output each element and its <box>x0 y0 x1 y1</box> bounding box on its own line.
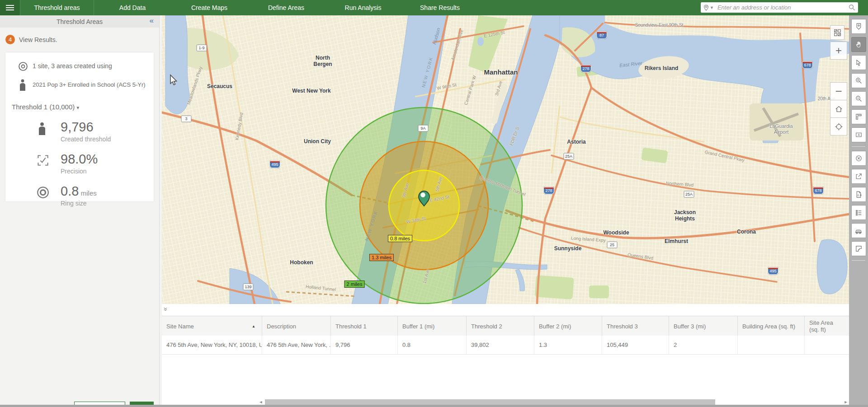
nav-share-results[interactable]: Share Results <box>401 0 478 15</box>
stat-ring-size-label: Ring size <box>61 200 97 207</box>
person-icon <box>36 121 61 143</box>
map-canvas[interactable]: 0.8 miles 1.3 miles 2 miles Secaucus Nor… <box>162 15 849 304</box>
scroll-right-icon[interactable]: ► <box>843 400 849 404</box>
horizontal-scrollbar[interactable]: ◄ ► <box>258 399 849 405</box>
scrollbar-thumb[interactable] <box>265 399 715 405</box>
column-header-buffer-2[interactable]: Buffer 2 (mi) <box>534 316 602 336</box>
ring-label-1-3-miles: 1.3 miles <box>369 254 394 261</box>
pdf-export-icon[interactable]: A <box>851 187 866 202</box>
search-icon[interactable] <box>849 4 855 11</box>
threshold-selector[interactable]: Threshold 1 (10,000) ▾ <box>12 103 154 111</box>
ring-label-0-8-miles: 0.8 miles <box>388 235 412 242</box>
clear-circle-x-icon[interactable] <box>851 151 866 166</box>
stat-precision-value: 98.0% <box>61 152 98 166</box>
cell-buffer-1: 0.8 <box>397 336 466 354</box>
column-header-description[interactable]: Description <box>262 316 330 336</box>
basemap-grid-icon[interactable] <box>830 25 844 40</box>
top-nav: Threshold areas Add Data Create Maps Def… <box>0 0 868 15</box>
column-header-threshold-2[interactable]: Threshold 2 <box>466 316 534 336</box>
chevrons-left-icon[interactable]: « <box>150 16 154 25</box>
polygon-flag-icon[interactable] <box>851 241 866 256</box>
zoom-in-magnifier-icon[interactable] <box>851 73 866 88</box>
step-text: View Results. <box>19 36 57 43</box>
search-input[interactable] <box>717 4 849 11</box>
cell-building-area <box>737 336 804 354</box>
column-header-threshold-1[interactable]: Threshold 1 <box>330 316 397 336</box>
precision-check-icon <box>36 153 61 175</box>
stat-created-threshold-value: 9,796 <box>61 120 94 134</box>
cell-description: 476 5th Ave, New York, ... <box>262 336 330 354</box>
location-pin-icon[interactable] <box>703 5 709 11</box>
zoom-out-button[interactable]: − <box>830 82 847 100</box>
results-card: 1 site, 3 areas created using 2021 Pop 3… <box>5 52 154 201</box>
caret-down-icon[interactable]: ▼ <box>710 5 714 10</box>
legend-list-icon[interactable] <box>851 205 866 220</box>
ring-label-2-miles: 2 miles <box>344 281 365 288</box>
results-table-section: » Site Name▲ Description Threshold 1 Buf… <box>162 304 849 405</box>
locate-icon[interactable] <box>830 117 847 136</box>
chevrons-down-icon[interactable]: » <box>162 307 170 311</box>
zoom-in-button[interactable]: + <box>830 42 847 60</box>
measure-ruler-icon[interactable] <box>851 109 866 124</box>
scroll-left-icon[interactable]: ◄ <box>258 400 264 404</box>
cell-threshold-1: 9,796 <box>330 336 397 354</box>
ring-icon <box>36 185 61 207</box>
column-header-site-area[interactable]: Site Area (sq. ft) <box>804 316 849 336</box>
zoom-out-magnifier-icon[interactable] <box>851 91 866 106</box>
cell-site-name: 476 5th Ave, New York, NY, 10018, U... <box>162 336 262 354</box>
cell-buffer-3: 2 <box>669 336 737 354</box>
stat-created-threshold-label: Created threshold <box>61 136 111 143</box>
drive-time-car-icon[interactable] <box>851 223 866 238</box>
nav-add-data[interactable]: Add Data <box>94 0 171 15</box>
cell-threshold-3: 105,449 <box>602 336 669 354</box>
nav-run-analysis[interactable]: Run Analysis <box>325 0 401 15</box>
app-window: Threshold areas Add Data Create Maps Def… <box>0 0 868 407</box>
label-text-icon[interactable]: A <box>851 127 866 142</box>
cell-site-area <box>804 336 849 354</box>
column-header-buffer-3[interactable]: Buffer 3 (mi) <box>669 316 737 336</box>
share-export-icon[interactable] <box>851 169 866 184</box>
stat-ring-size-value: 0.8 <box>61 184 79 198</box>
cell-threshold-2: 39,802 <box>466 336 534 354</box>
threshold-areas-panel: Threshold Areas « 4 View Results. 1 site… <box>0 15 160 405</box>
pan-hand-icon[interactable] <box>851 37 866 52</box>
home-icon[interactable] <box>830 100 847 118</box>
person-icon <box>17 79 33 91</box>
sort-asc-icon: ▲ <box>252 324 255 328</box>
cell-buffer-2: 1.3 <box>534 336 602 354</box>
basemap <box>162 15 849 304</box>
table-row[interactable]: 476 5th Ave, New York, NY, 10018, U... 4… <box>162 336 849 355</box>
svg-text:A: A <box>858 133 860 137</box>
summary-line-2: 2021 Pop 3+ Enrolled in School (ACS 5-Yr… <box>33 81 146 89</box>
map-toolbar: A A <box>849 15 868 407</box>
bottom-window-scrollbar[interactable] <box>0 405 868 407</box>
caret-down-icon: ▾ <box>76 105 79 110</box>
stat-ring-size-unit: miles <box>81 189 97 197</box>
menu-hamburger-icon[interactable] <box>0 0 20 15</box>
column-header-buffer-1[interactable]: Buffer 1 (mi) <box>397 316 466 336</box>
table-header: Site Name▲ Description Threshold 1 Buffe… <box>162 316 849 337</box>
nav-create-maps[interactable]: Create Maps <box>171 0 248 15</box>
nav-define-areas[interactable]: Define Areas <box>248 0 325 15</box>
column-header-threshold-3[interactable]: Threshold 3 <box>602 316 669 336</box>
address-search: ▼ <box>701 2 858 13</box>
bookmark-pin-icon[interactable] <box>851 19 866 34</box>
concentric-rings-icon <box>17 61 33 72</box>
summary-line-1: 1 site, 3 areas created using <box>33 62 112 70</box>
column-header-site-name[interactable]: Site Name▲ <box>162 316 262 336</box>
stat-precision-label: Precision <box>61 168 98 175</box>
svg-text:A: A <box>857 194 859 196</box>
select-arrow-icon[interactable] <box>851 55 866 70</box>
step-badge: 4 <box>5 35 15 44</box>
column-header-building-area[interactable]: Building Area (sq. ft) <box>737 316 804 336</box>
threshold-selector-label: Threshold 1 (10,000) <box>12 103 75 111</box>
panel-title: Threshold Areas <box>57 18 103 25</box>
tab-threshold-areas[interactable]: Threshold areas <box>20 0 94 15</box>
